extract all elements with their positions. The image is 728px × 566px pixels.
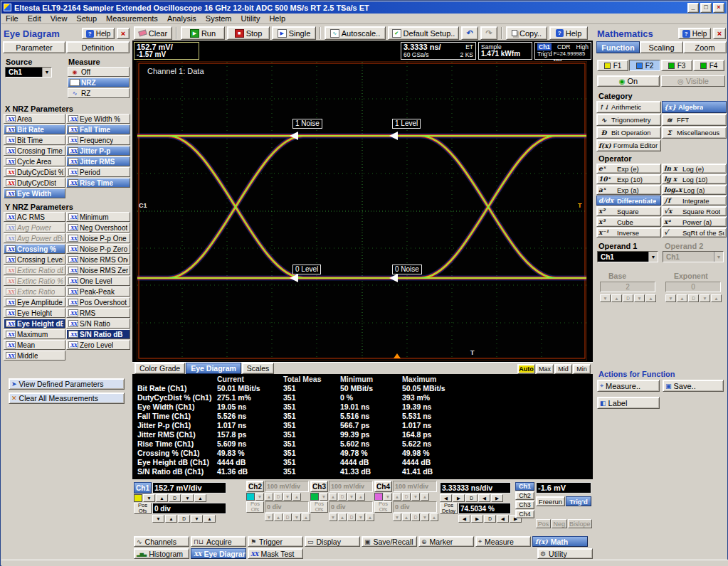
help-button[interactable]: ?Help: [549, 26, 588, 40]
nav-button[interactable]: ⌖ Measure: [475, 536, 531, 547]
param-button[interactable]: XX DutyCycDist %: [4, 167, 65, 177]
function-button[interactable]: F4: [693, 60, 724, 71]
freerun-button[interactable]: Freerun: [536, 496, 565, 506]
spinner-button[interactable]: ▲: [366, 513, 374, 521]
channel-button[interactable]: Ch3: [310, 481, 328, 492]
param-button[interactable]: XX Mean: [4, 340, 65, 350]
channel-button[interactable]: Ch2: [246, 481, 264, 492]
spinner-button[interactable]: ▼: [292, 513, 301, 521]
param-button[interactable]: XX Period: [66, 167, 130, 177]
operator-button[interactable]: √ SqRt of the Sum: [662, 228, 727, 237]
tab-scaling[interactable]: Scaling: [640, 41, 683, 53]
param-button[interactable]: XX Rise Time: [66, 178, 130, 188]
spinner-button[interactable]: ▲: [204, 515, 216, 523]
trigger-level-marker[interactable]: T: [578, 202, 582, 209]
param-button[interactable]: XX Bit Rate: [4, 124, 65, 134]
param-button[interactable]: XX Minimum: [66, 212, 130, 222]
param-button[interactable]: XX Fall Time: [66, 124, 130, 134]
param-button[interactable]: XX Crossing Time: [4, 146, 65, 156]
eye-help-button[interactable]: ? Help: [82, 28, 115, 39]
nav-button[interactable]: ▂▅▃ Histogram: [134, 548, 189, 559]
menu-item[interactable]: Analysis: [167, 14, 196, 23]
spinner-button[interactable]: ▲: [645, 294, 656, 302]
spinner-button[interactable]: ▼: [191, 515, 203, 523]
source-select[interactable]: Ch1 ▼: [5, 67, 52, 78]
default-setup-button[interactable]: ✔Default Setup..: [388, 26, 459, 40]
spinner-button[interactable]: ▼: [357, 513, 365, 521]
param-button[interactable]: XX Jitter P-p: [66, 146, 130, 156]
nav-button[interactable]: XX Mask Test: [248, 548, 303, 559]
spinner-button[interactable]: D: [484, 515, 496, 523]
measure-mode-button[interactable]: XX NRZ: [68, 78, 130, 87]
channel1-button[interactable]: Ch1: [134, 482, 152, 493]
param-button[interactable]: XX Avg Power: [4, 223, 65, 233]
spinner-button[interactable]: ▼: [320, 493, 328, 501]
range-button[interactable]: Mid: [554, 364, 572, 374]
range-button[interactable]: Max: [536, 364, 554, 374]
spinner-button[interactable]: ▼: [634, 294, 645, 302]
spinner-button[interactable]: D: [465, 494, 478, 502]
param-button[interactable]: XX Noise RMS One: [66, 255, 130, 265]
trigd-button[interactable]: Trig'd: [566, 496, 591, 506]
operator-button[interactable]: lg x Log (10): [662, 174, 727, 184]
spinner-button[interactable]: D: [178, 515, 190, 523]
operator-button[interactable]: d/dx Differentiate: [596, 196, 661, 205]
delay-marker-icon[interactable]: [394, 353, 401, 358]
operator-button[interactable]: 10ˣ Exp (10): [596, 174, 661, 184]
param-button[interactable]: XX Cycle Area: [4, 156, 65, 166]
param-button[interactable]: XX Crossing %: [4, 244, 65, 254]
param-button[interactable]: XX Peak-Peak: [66, 287, 130, 297]
spinner-button[interactable]: ▲: [711, 294, 722, 302]
param-button[interactable]: XX Eye Amplitude: [4, 297, 65, 307]
trigger-source-button[interactable]: Ch2: [515, 491, 534, 500]
param-button[interactable]: XX Eye Height dB: [4, 319, 65, 329]
param-button[interactable]: XX S/N Ratio: [66, 319, 130, 329]
param-button[interactable]: XX Neg Overshoot: [66, 223, 130, 233]
range-button[interactable]: Auto: [517, 364, 535, 374]
function-visible-button[interactable]: ◎ Visible: [661, 75, 725, 87]
menu-item[interactable]: System: [206, 14, 232, 23]
param-button[interactable]: XX Pos Overshoot: [66, 297, 130, 307]
category-button[interactable]: ∿ Trigonometry: [596, 114, 661, 126]
clear-all-measurements-button[interactable]: ✕ Clear All Measurements: [9, 393, 125, 404]
tab-function[interactable]: Function: [596, 41, 640, 53]
tab-definition[interactable]: Definition: [66, 41, 130, 53]
measure-action-button[interactable]: ⌖ Measure..: [597, 380, 660, 392]
nav-button[interactable]: f(x) Math: [532, 536, 588, 547]
param-button[interactable]: XX Avg Power dBm: [4, 233, 65, 243]
channel-marker[interactable]: C1: [139, 202, 147, 209]
menu-item[interactable]: Edit: [28, 14, 41, 23]
spinner-button[interactable]: ▼: [384, 493, 392, 501]
spinner-button[interactable]: ▲: [430, 513, 438, 521]
param-button[interactable]: XX Eye Width %: [66, 114, 130, 124]
nav-button[interactable]: ⚙ Utility: [537, 548, 593, 559]
category-button[interactable]: Đ Bit Operation: [596, 127, 661, 139]
trigger-time-marker[interactable]: T: [470, 349, 475, 356]
nav-button[interactable]: ⊓⊔ Acquire: [191, 536, 246, 547]
param-button[interactable]: XX Frequency: [66, 135, 130, 145]
redo-button[interactable]: ↷: [480, 26, 497, 40]
tab-zoom[interactable]: Zoom: [683, 41, 727, 53]
spinner-button[interactable]: D: [411, 513, 420, 521]
spinner-button[interactable]: ▼: [700, 294, 710, 302]
operator-button[interactable]: xᵃ Power (a): [662, 217, 727, 227]
maximize-button[interactable]: □: [700, 3, 712, 13]
label-action-button[interactable]: ◧ Label: [597, 397, 660, 409]
param-button[interactable]: XX DutyCycDist: [4, 178, 65, 188]
spinner-button[interactable]: D: [402, 493, 411, 501]
param-button[interactable]: XX Extinc Ratio dB: [4, 265, 65, 275]
param-button[interactable]: XX RMS: [66, 308, 130, 318]
spinner-button[interactable]: ▶: [491, 494, 503, 502]
spinner-button[interactable]: ▲: [421, 493, 429, 501]
copy-button[interactable]: Copy..: [506, 26, 547, 40]
channel-button[interactable]: Ch4: [374, 481, 392, 492]
function-button[interactable]: F3: [661, 60, 692, 71]
spinner-button[interactable]: ▼: [347, 493, 356, 501]
spinner-button[interactable]: ◀: [440, 494, 452, 502]
operator-button[interactable]: x⁻¹ Inverse: [596, 228, 661, 237]
trigger-source-button[interactable]: Ch3: [515, 501, 534, 509]
menu-item[interactable]: View: [51, 14, 68, 23]
tab-color-grade[interactable]: Color Grade: [134, 363, 185, 374]
spinner-button[interactable]: ▼: [152, 515, 164, 523]
spinner-button[interactable]: D: [623, 294, 633, 302]
